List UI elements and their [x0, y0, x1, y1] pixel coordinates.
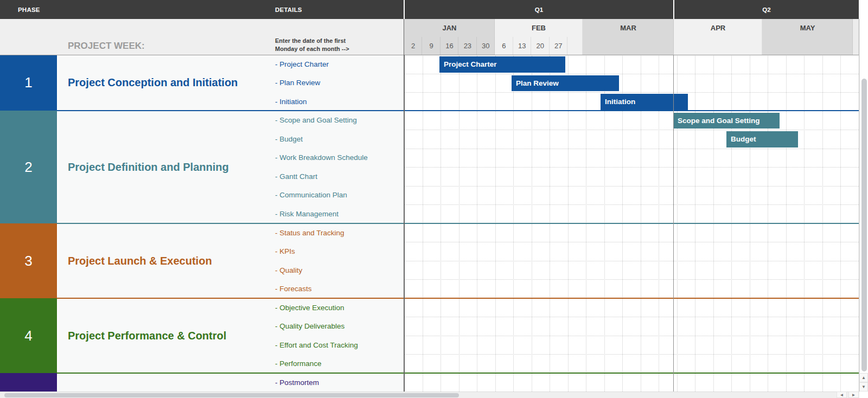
phase-4-number: 4	[24, 328, 32, 344]
detail-item: - Scope and Goal Setting	[275, 111, 357, 130]
gantt-sheet: PHASE DETAILS Q1 Q2 PROJECT WEEK: Enter …	[0, 0, 868, 398]
month-cell-jan: JAN	[404, 19, 495, 37]
week-cell: 6	[495, 37, 513, 55]
row-gridline	[404, 336, 859, 336]
week-cell: 2	[404, 37, 422, 55]
q1-header: Q1	[405, 0, 673, 19]
detail-item: - Plan Review	[275, 74, 320, 93]
phase-3-title: Project Launch & Execution	[68, 223, 212, 298]
phase-2-title: Project Definition and Planning	[68, 111, 229, 223]
timeline-left-border	[404, 19, 405, 391]
detail-item: - Performance	[275, 355, 322, 374]
scroll-left-button[interactable]: ◄	[837, 391, 847, 398]
subheader-left-panel: PROJECT WEEK: Enter the date of the firs…	[0, 19, 404, 55]
detail-item: - Objective Execution	[275, 298, 344, 317]
phase-1-2-separator	[57, 110, 859, 112]
scroll-up-button[interactable]: ▲	[859, 373, 868, 382]
month-cell-overflow	[853, 19, 859, 37]
q1-q2-divider	[673, 19, 674, 391]
detail-item: - KPIs	[275, 242, 295, 261]
week-cell: 27	[550, 37, 568, 55]
detail-item: - Status and Tracking	[275, 223, 344, 242]
month-cell-feb: FEB	[495, 19, 583, 37]
month-cell-apr: APR	[674, 19, 762, 37]
phase-2-block: 2	[0, 111, 58, 223]
week-row-apr-bg	[674, 37, 762, 55]
detail-item: - Budget	[275, 130, 303, 149]
detail-item: - Project Charter	[275, 55, 329, 74]
row-gridline	[404, 149, 859, 149]
row-gridline	[404, 130, 859, 130]
phase-2-number: 2	[24, 159, 32, 176]
row-gridline	[404, 261, 859, 261]
row-gridline	[404, 167, 859, 168]
phase-4-5-separator	[57, 373, 859, 374]
detail-item: - Gantt Chart	[275, 167, 317, 186]
scroll-right-icon: ►	[852, 393, 856, 397]
enter-date-note-line1: Enter the date of the first	[275, 37, 349, 45]
phase-3-block: 3	[0, 223, 58, 298]
project-week-label: PROJECT WEEK:	[68, 41, 145, 52]
row-gridline	[404, 279, 859, 280]
detail-item: - Postmortem	[275, 373, 319, 392]
gantt-bar-project-charter[interactable]: Project Charter	[439, 56, 565, 73]
row-gridline	[404, 92, 859, 93]
table-header-left: PHASE DETAILS	[0, 0, 404, 19]
row-gridline	[404, 74, 859, 74]
row-gridline	[404, 186, 859, 187]
detail-item: - Quality Deliverables	[275, 317, 344, 336]
scroll-up-icon: ▲	[861, 375, 866, 380]
row-gridline	[404, 204, 859, 205]
horizontal-scrollbar-thumb[interactable]	[4, 393, 459, 397]
phase-2-3-separator	[57, 223, 859, 224]
enter-date-note-line2: Monday of each month -->	[275, 45, 349, 53]
vertical-scrollbar-thumb[interactable]	[861, 79, 867, 371]
detail-item: - Initiation	[275, 92, 307, 111]
week-row-overflow-bg	[853, 37, 859, 55]
scrollbar-corner	[859, 391, 868, 398]
week-cell: 30	[477, 37, 495, 55]
week-row-mar-bg	[583, 37, 674, 55]
enter-date-note: Enter the date of the first Monday of ea…	[275, 37, 349, 53]
details-column-header: DETAILS	[275, 7, 302, 13]
gantt-bar-scope-and-goal-setting[interactable]: Scope and Goal Setting	[673, 113, 780, 129]
q2-header: Q2	[674, 0, 859, 19]
row-gridline	[404, 354, 859, 355]
scroll-down-button[interactable]: ▼	[859, 382, 868, 391]
phase-3-4-separator	[57, 298, 859, 299]
week-cell: 20	[531, 37, 550, 55]
detail-item: - Effort and Cost Tracking	[275, 336, 358, 355]
week-cell: 16	[441, 37, 458, 55]
detail-item: - Risk Management	[275, 204, 339, 223]
phase-4-block: 4	[0, 298, 58, 373]
gantt-bar-budget[interactable]: Budget	[726, 131, 798, 147]
row-gridline	[404, 317, 859, 317]
week-row-may-bg	[762, 37, 853, 55]
scroll-right-button[interactable]: ►	[848, 391, 859, 398]
phase-4-title: Project Performance & Control	[68, 298, 226, 373]
phase-1-block: 1	[0, 55, 58, 111]
week-cell: 23	[458, 37, 476, 55]
detail-item: - Forecasts	[275, 279, 312, 298]
scroll-down-icon: ▼	[861, 384, 866, 389]
phase-1-number: 1	[24, 74, 32, 91]
detail-item: - Work Breakdown Schedule	[275, 149, 368, 168]
month-cell-mar: MAR	[583, 19, 674, 37]
phase-3-number: 3	[24, 253, 32, 269]
scroll-left-icon: ◄	[840, 393, 844, 397]
gantt-bar-plan-review[interactable]: Plan Review	[512, 75, 619, 92]
phase-5-block	[0, 373, 58, 391]
gantt-bar-initiation[interactable]: Initiation	[601, 94, 688, 110]
row-gridline	[404, 242, 859, 242]
phase-1-title: Project Conception and Initiation	[68, 55, 238, 111]
week-cell: 9	[422, 37, 440, 55]
month-cell-may: MAY	[762, 19, 853, 37]
week-cell: 13	[513, 37, 532, 55]
phase-column-header: PHASE	[18, 7, 40, 13]
detail-item: - Communication Plan	[275, 186, 347, 205]
detail-item: - Quality	[275, 261, 302, 280]
